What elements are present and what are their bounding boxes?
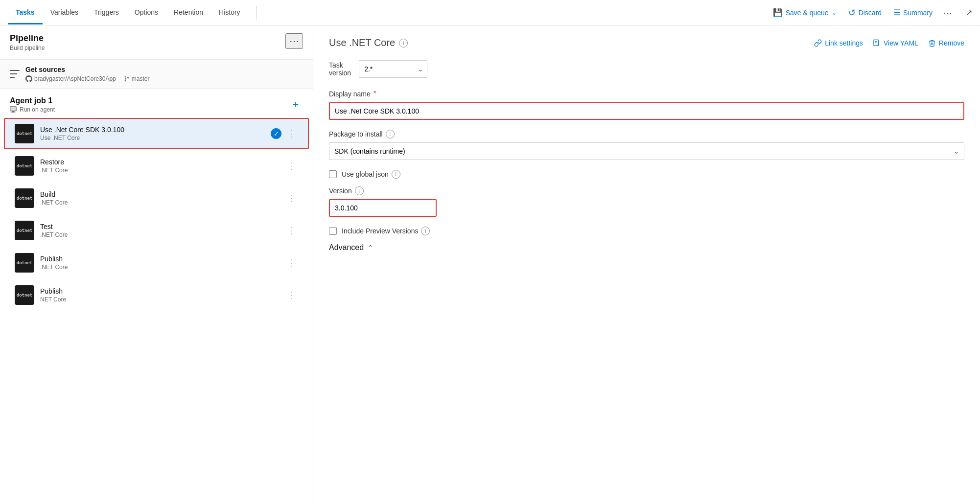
task-icon-publish2: dotnet xyxy=(15,285,34,305)
get-sources-repo: bradygaster/AspNetCore30App xyxy=(25,75,116,82)
task-version-row: Taskversion 2.* 1.* 0.* ⌄ xyxy=(329,60,964,78)
package-install-label: Package to install i xyxy=(329,130,964,138)
view-yaml-button[interactable]: View YAML xyxy=(873,39,918,47)
preview-versions-label: Include Preview Versions i xyxy=(342,227,430,235)
tab-triggers[interactable]: Triggers xyxy=(86,1,127,24)
task-name-2: Build xyxy=(40,190,285,198)
task-item-restore[interactable]: dotnet Restore .NET Core ⋮ xyxy=(4,150,309,182)
task-drag-handle-3[interactable]: ⋮ xyxy=(285,225,298,236)
package-install-section: Package to install i SDK (contains runti… xyxy=(329,130,964,160)
task-content-build: Build .NET Core xyxy=(40,190,285,206)
pipeline-more-button[interactable]: ⋯ xyxy=(285,33,303,49)
version-info-icon[interactable]: i xyxy=(355,186,364,195)
get-sources-branch: master xyxy=(124,75,150,82)
task-icon-use-net-core: dotnet xyxy=(15,124,34,143)
link-icon xyxy=(814,39,822,47)
required-asterisk: * xyxy=(373,90,376,98)
task-icon-test: dotnet xyxy=(15,221,34,240)
task-drag-handle-4[interactable]: ⋮ xyxy=(285,257,298,268)
remove-button[interactable]: Remove xyxy=(928,39,964,47)
task-check-icon: ✓ xyxy=(271,128,281,139)
right-panel-header: Use .NET Core i Link settings View xyxy=(329,37,964,48)
preview-info-icon[interactable]: i xyxy=(421,227,430,235)
task-item-test[interactable]: dotnet Test .NET Core ⋮ xyxy=(4,215,309,246)
preview-versions-row: Include Preview Versions i xyxy=(329,227,964,235)
task-sub-5: NET Core xyxy=(40,296,285,303)
agent-job-left: Agent job 1 Run on agent xyxy=(10,96,55,113)
version-section: Version i xyxy=(329,186,964,217)
task-drag-handle-5[interactable]: ⋮ xyxy=(285,290,298,300)
pipeline-title: Pipeline xyxy=(10,33,45,44)
svg-rect-1 xyxy=(11,107,16,111)
top-nav: Tasks Variables Triggers Options Retenti… xyxy=(0,0,980,25)
nav-actions: 💾 Save & queue ⌄ ↺ Discard ☰ Summary ⋯ ↗ xyxy=(768,4,972,21)
display-name-section: Display name * xyxy=(329,90,964,120)
task-name-4: Publish xyxy=(40,255,285,263)
global-json-label: Use global json i xyxy=(342,170,400,179)
global-json-checkbox[interactable] xyxy=(329,170,337,178)
task-item-build[interactable]: dotnet Build .NET Core ⋮ xyxy=(4,183,309,214)
get-sources-icon xyxy=(10,69,20,79)
global-json-row: Use global json i xyxy=(329,170,964,179)
tab-tasks[interactable]: Tasks xyxy=(8,1,43,24)
package-install-select[interactable]: SDK (contains runtime) Runtime xyxy=(329,142,964,160)
task-sub-2: .NET Core xyxy=(40,199,285,206)
task-content-test: Test .NET Core xyxy=(40,223,285,238)
agent-icon xyxy=(10,106,17,113)
task-content-publish: Publish .NET Core xyxy=(40,255,285,271)
task-name-3: Test xyxy=(40,223,285,230)
save-queue-dropdown-icon: ⌄ xyxy=(832,9,837,16)
svg-rect-2 xyxy=(12,111,14,112)
advanced-label: Advanced xyxy=(329,243,364,252)
task-item-publish2[interactable]: dotnet Publish NET Core ⋮ xyxy=(4,279,309,311)
save-queue-label: Save & queue xyxy=(786,9,829,17)
task-name-5: Publish xyxy=(40,287,285,295)
task-content-use-net-core: Use .Net Core SDK 3.0.100 Use .NET Core xyxy=(40,126,271,141)
summary-button[interactable]: ☰ Summary xyxy=(888,5,937,20)
task-list: dotnet Use .Net Core SDK 3.0.100 Use .NE… xyxy=(0,118,313,311)
right-panel: Use .NET Core i Link settings View xyxy=(313,25,980,504)
agent-job-title: Agent job 1 xyxy=(10,96,55,105)
package-info-icon[interactable]: i xyxy=(386,130,395,138)
task-icon-publish: dotnet xyxy=(15,253,34,273)
save-queue-button[interactable]: 💾 Save & queue ⌄ xyxy=(768,5,841,20)
summary-icon: ☰ xyxy=(893,8,900,17)
get-sources-content: Get sources bradygaster/AspNetCore30App … xyxy=(25,66,303,82)
task-drag-handle-2[interactable]: ⋮ xyxy=(285,193,298,204)
discard-icon: ↺ xyxy=(848,7,856,18)
task-content-restore: Restore .NET Core xyxy=(40,158,285,174)
tab-retention[interactable]: Retention xyxy=(166,1,211,24)
version-label: Version i xyxy=(329,186,964,195)
view-yaml-label: View YAML xyxy=(884,39,918,47)
expand-button[interactable]: ↗ xyxy=(966,8,972,17)
agent-job-sub: Run on agent xyxy=(10,106,55,113)
advanced-section[interactable]: Advanced ⌃ xyxy=(329,243,964,252)
version-input[interactable] xyxy=(329,199,437,217)
task-icon-restore: dotnet xyxy=(15,156,34,176)
task-version-select[interactable]: 2.* 1.* 0.* xyxy=(359,60,427,78)
task-name-0: Use .Net Core SDK 3.0.100 xyxy=(40,126,271,134)
tab-options[interactable]: Options xyxy=(127,1,166,24)
title-info-icon[interactable]: i xyxy=(399,39,408,47)
add-task-button[interactable]: + xyxy=(288,97,303,112)
discard-button[interactable]: ↺ Discard xyxy=(843,4,887,21)
global-json-info-icon[interactable]: i xyxy=(392,170,400,179)
task-sub-1: .NET Core xyxy=(40,167,285,174)
task-item-use-net-core[interactable]: dotnet Use .Net Core SDK 3.0.100 Use .NE… xyxy=(4,118,309,149)
task-sub-3: .NET Core xyxy=(40,231,285,238)
discard-label: Discard xyxy=(859,9,882,17)
display-name-input[interactable] xyxy=(329,102,964,120)
task-drag-handle-1[interactable]: ⋮ xyxy=(285,160,298,171)
tab-variables[interactable]: Variables xyxy=(43,1,86,24)
preview-versions-checkbox[interactable] xyxy=(329,227,337,235)
tab-history[interactable]: History xyxy=(211,1,248,24)
nav-tabs: Tasks Variables Triggers Options Retenti… xyxy=(8,1,248,24)
right-panel-actions: Link settings View YAML xyxy=(814,39,964,47)
task-content-publish2: Publish NET Core xyxy=(40,287,285,303)
get-sources-row[interactable]: Get sources bradygaster/AspNetCore30App … xyxy=(0,60,313,89)
task-item-publish[interactable]: dotnet Publish .NET Core ⋮ xyxy=(4,247,309,278)
more-button[interactable]: ⋯ xyxy=(939,4,956,21)
task-drag-handle[interactable]: ⋮ xyxy=(285,128,298,139)
left-panel: Pipeline Build pipeline ⋯ Get sources br… xyxy=(0,25,313,504)
link-settings-button[interactable]: Link settings xyxy=(814,39,863,47)
